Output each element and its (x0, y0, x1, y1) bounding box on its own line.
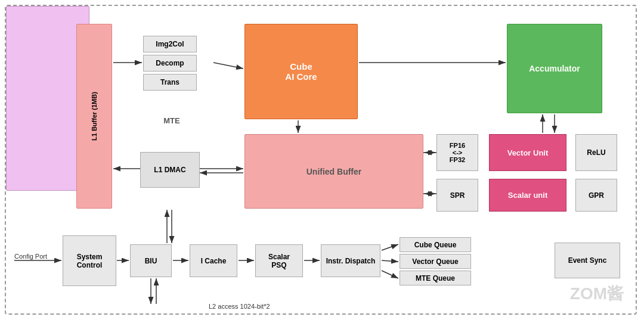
config-port-label: Config Port (14, 253, 47, 260)
accumulator-block: Accumulator (507, 24, 602, 113)
cube-ai-core-block: Cube AI Core (244, 24, 358, 119)
img2col-block: Img2Col (143, 36, 197, 52)
gpr-block: GPR (575, 179, 617, 212)
vector-queue-label: Vector Queue (412, 257, 458, 266)
instr-dispatch-block: Instr. Dispatch (321, 244, 380, 277)
mte-queue-label: MTE Queue (416, 274, 455, 282)
relu-block: ReLU (575, 134, 617, 171)
fp16-block: FP16 <-> FP32 (436, 134, 478, 171)
unified-buffer-label: Unified Buffer (306, 167, 362, 176)
fp16-label: FP16 <-> FP32 (450, 142, 465, 163)
mte-label: MTE (130, 116, 213, 125)
unified-buffer-block: Unified Buffer (244, 134, 423, 209)
event-sync-label: Event Sync (568, 256, 607, 265)
svg-line-26 (382, 260, 398, 262)
trans-block: Trans (143, 74, 197, 91)
img2col-label: Img2Col (156, 40, 184, 48)
cube-queue-block: Cube Queue (400, 237, 471, 252)
accumulator-label: Accumulator (529, 64, 580, 73)
vector-unit-block: Vector Unit (489, 134, 566, 171)
system-control-label: System Control (77, 253, 103, 269)
watermark-label: ZOM酱 (570, 282, 624, 305)
decomp-block: Decomp (143, 55, 197, 72)
i-cache-label: I Cache (201, 257, 227, 265)
relu-label: ReLU (587, 148, 605, 157)
scalar-psq-block: Scalar PSQ (255, 244, 303, 277)
instr-dispatch-label: Instr. Dispatch (326, 257, 376, 265)
event-sync-block: Event Sync (555, 243, 620, 278)
spr-block: SPR (436, 179, 478, 212)
vector-unit-label: Vector Unit (507, 148, 549, 157)
diagram-container: L1 Buffer (1MB) MTE Img2Col Decomp Trans… (5, 5, 637, 315)
biu-label: BIU (145, 257, 157, 265)
l2-access-label: L2 access 1024-bit*2 (209, 303, 270, 310)
mte-queue-block: MTE Queue (400, 271, 471, 285)
l1-buffer-label: L1 Buffer (1MB) (91, 92, 98, 141)
spr-label: SPR (450, 191, 465, 200)
cube-ai-core-label: Cube AI Core (285, 61, 317, 82)
biu-block: BIU (130, 244, 172, 277)
l1-buffer-block: L1 Buffer (1MB) (76, 24, 112, 209)
cube-queue-label: Cube Queue (414, 241, 457, 249)
svg-line-25 (382, 244, 398, 250)
scalar-psq-label: Scalar PSQ (268, 253, 290, 269)
trans-label: Trans (160, 78, 179, 86)
vector-queue-block: Vector Queue (400, 254, 471, 269)
svg-line-4 (213, 63, 243, 69)
l1-dmac-block: L1 DMAC (140, 152, 200, 188)
gpr-label: GPR (589, 191, 604, 200)
i-cache-block: I Cache (190, 244, 237, 277)
svg-line-27 (382, 271, 398, 278)
scalar-unit-block: Scalar unit (489, 179, 566, 212)
l1-dmac-label: L1 DMAC (154, 166, 185, 174)
system-control-block: System Control (63, 235, 116, 286)
decomp-label: Decomp (156, 59, 184, 67)
scalar-unit-label: Scalar unit (508, 191, 547, 200)
